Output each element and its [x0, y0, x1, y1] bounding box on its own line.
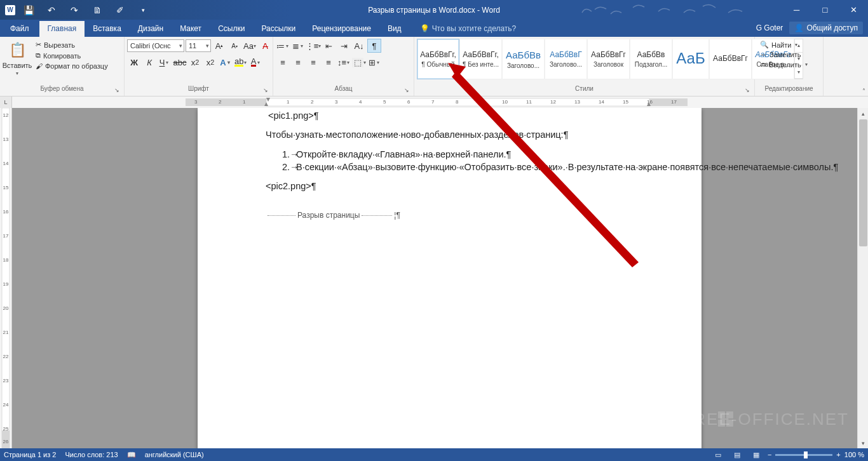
bold-button[interactable]: Ж: [127, 55, 141, 69]
qat-save-icon[interactable]: 💾: [19, 3, 38, 18]
qat-redo-icon[interactable]: ↷: [65, 3, 84, 18]
vertical-ruler[interactable]: 12131415 16171819 20212223 2425 26: [0, 108, 12, 448]
numbering-button[interactable]: ≣▾: [291, 39, 305, 53]
zoom-out-button[interactable]: −: [768, 451, 771, 458]
align-left-button[interactable]: ≡: [276, 55, 290, 69]
chevron-down-icon: ▾: [179, 43, 182, 49]
decrease-indent-button[interactable]: ⇤: [322, 39, 336, 53]
paragraph-dialog-launcher[interactable]: ↘: [403, 87, 410, 95]
svg-rect-46: [726, 420, 733, 427]
decorative-birds: [576, 0, 766, 20]
tell-me-search[interactable]: 💡 Что вы хотите сделать?: [420, 24, 517, 37]
superscript-button[interactable]: x2: [203, 55, 217, 69]
strikethrough-button[interactable]: abc: [173, 55, 187, 69]
qat-draw-icon[interactable]: ✐: [111, 3, 130, 18]
replace-button[interactable]: ↔Заменить: [757, 50, 811, 59]
scrollbar-thumb[interactable]: [859, 119, 867, 246]
title-bar: W 💾 ↶ ↷ 🗎 ✐ ▾ Разрыв страницы в Word.doc…: [0, 0, 868, 20]
document-canvas[interactable]: <pic1.png>¶ Чтобы·узнать·местоположение·…: [12, 108, 868, 448]
qat-undo-icon[interactable]: ↶: [42, 3, 61, 18]
zoom-level[interactable]: 100 %: [844, 451, 864, 458]
style-title[interactable]: АаБ: [672, 39, 709, 79]
text-effects-button[interactable]: A▾: [219, 55, 233, 69]
line-spacing-button[interactable]: ↕≡▾: [337, 55, 351, 69]
status-language[interactable]: английский (США): [145, 451, 204, 458]
style-subtitle[interactable]: АаБбВвПодзагол...: [630, 39, 672, 79]
format-painter-button[interactable]: 🖌Формат по образцу: [33, 62, 111, 70]
view-read-mode[interactable]: ▭: [710, 449, 726, 460]
horizontal-ruler[interactable]: 12345 678910 1112131415 1617 123: [12, 97, 868, 108]
zoom-thumb[interactable]: [804, 451, 808, 458]
svg-text:4: 4: [359, 99, 362, 105]
align-center-button[interactable]: ≡: [291, 55, 305, 69]
share-button[interactable]: 👤 Общий доступ: [789, 22, 863, 34]
multilevel-list-button[interactable]: ⋮≡▾: [306, 39, 320, 53]
tab-file[interactable]: Файл: [0, 21, 39, 37]
user-name[interactable]: G Goter: [756, 23, 783, 32]
qat-customize-icon[interactable]: ▾: [133, 3, 153, 18]
justify-button[interactable]: ≡: [322, 55, 336, 69]
font-color-button[interactable]: A▾: [249, 55, 263, 69]
find-button[interactable]: 🔍Найти▾: [757, 40, 811, 50]
style-no-spacing[interactable]: АаБбВвГг,¶ Без инте...: [459, 39, 502, 79]
paste-button[interactable]: 📋 Вставить ▾: [3, 39, 32, 77]
style-heading1[interactable]: АаБбВвЗаголово...: [502, 39, 545, 79]
scroll-up-icon[interactable]: ▴: [858, 108, 868, 119]
highlight-button[interactable]: ab▾: [234, 55, 248, 69]
cut-button[interactable]: ✂Вырезать: [33, 40, 111, 50]
font-size-combo[interactable]: 11▾: [186, 39, 211, 52]
svg-text:15: 15: [3, 185, 9, 190]
sort-button[interactable]: A↓: [352, 39, 366, 53]
increase-indent-button[interactable]: ⇥: [337, 39, 351, 53]
clear-formatting-button[interactable]: A̶: [258, 39, 272, 53]
scroll-down-icon[interactable]: ▾: [858, 438, 868, 448]
style-heading2[interactable]: АаБбВвГЗаголово...: [545, 39, 587, 79]
underline-button[interactable]: Ч▾: [158, 55, 172, 69]
tab-home[interactable]: Главная: [39, 21, 85, 37]
copy-button[interactable]: ⧉Копировать: [33, 51, 111, 60]
shrink-font-button[interactable]: A▾: [227, 39, 241, 53]
borders-button[interactable]: ⊞▾: [367, 55, 381, 69]
tab-mailings[interactable]: Рассылки: [253, 21, 304, 37]
italic-button[interactable]: К: [142, 55, 156, 69]
select-button[interactable]: ▭Выделить▾: [757, 60, 811, 69]
font-dialog-launcher[interactable]: ↘: [262, 87, 269, 95]
tab-insert[interactable]: Вставка: [85, 21, 130, 37]
zoom-in-button[interactable]: +: [836, 451, 840, 458]
minimize-button[interactable]: ─: [782, 0, 811, 20]
shading-button[interactable]: ⬚▾: [352, 55, 366, 69]
svg-text:26: 26: [3, 439, 9, 444]
bullets-button[interactable]: ≔▾: [276, 39, 290, 53]
collapse-ribbon-button[interactable]: ˄: [862, 88, 865, 95]
tab-references[interactable]: Ссылки: [210, 21, 253, 37]
zoom-slider[interactable]: [775, 454, 832, 456]
view-print-layout[interactable]: ▤: [729, 449, 745, 460]
font-name-combo[interactable]: Calibri (Оснс▾: [127, 39, 184, 52]
style-normal[interactable]: АаБбВвГг,¶ Обычный: [417, 39, 459, 79]
qat-new-icon[interactable]: 🗎: [88, 3, 107, 18]
change-case-button[interactable]: Aa▾: [243, 39, 257, 53]
style-extra[interactable]: АаБбВвГг: [709, 39, 752, 79]
proofing-icon[interactable]: 📖: [127, 451, 136, 459]
style-title0[interactable]: АаБбВвГгЗаголовок: [587, 39, 630, 79]
show-hide-button[interactable]: ¶: [367, 39, 381, 53]
tab-design[interactable]: Дизайн: [130, 21, 172, 37]
svg-rect-26: [2, 108, 10, 448]
svg-text:13: 13: [574, 99, 580, 105]
tab-layout[interactable]: Макет: [172, 21, 210, 37]
svg-text:14: 14: [599, 99, 604, 105]
tab-view[interactable]: Вид: [379, 21, 410, 37]
grow-font-button[interactable]: A▴: [212, 39, 226, 53]
clipboard-dialog-launcher[interactable]: ↘: [113, 87, 121, 95]
tab-review[interactable]: Рецензирование: [304, 21, 379, 37]
styles-dialog-launcher[interactable]: ↘: [743, 87, 751, 95]
view-web-layout[interactable]: ▦: [749, 449, 764, 460]
status-word-count[interactable]: Число слов: 213: [65, 451, 118, 458]
ribbon-tabs: Файл Главная Вставка Дизайн Макет Ссылки…: [0, 20, 868, 37]
maximize-button[interactable]: □: [811, 0, 839, 20]
status-page[interactable]: Страница 1 из 2: [4, 451, 56, 458]
align-right-button[interactable]: ≡: [306, 55, 320, 69]
vertical-scrollbar[interactable]: ▴ ▾: [857, 108, 868, 448]
subscript-button[interactable]: x2: [188, 55, 202, 69]
close-button[interactable]: ✕: [839, 0, 868, 20]
